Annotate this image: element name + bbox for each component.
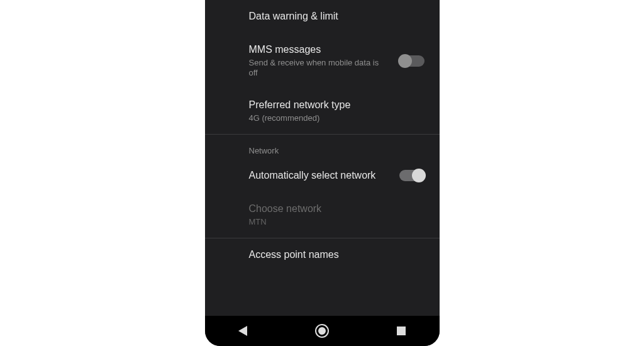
toggle-knob — [412, 169, 426, 182]
item-mms-messages[interactable]: MMS messages Send & receive when mobile … — [205, 33, 440, 89]
item-preferred-network-type[interactable]: Preferred network type 4G (recommended) — [205, 89, 440, 134]
item-title: Preferred network type — [249, 99, 428, 112]
item-title: MMS messages — [249, 43, 388, 57]
toggle-mms[interactable] — [399, 55, 425, 67]
item-choose-network: Choose network MTN — [205, 193, 440, 238]
item-title: Automatically select network — [249, 169, 388, 182]
back-icon[interactable] — [238, 326, 247, 336]
section-header-network: Network — [205, 135, 440, 159]
item-subtitle: 4G (recommended) — [249, 113, 428, 124]
item-title: Choose network — [249, 203, 428, 216]
item-access-point-names[interactable]: Access point names — [205, 238, 440, 272]
item-subtitle: MTN — [249, 217, 428, 228]
toggle-knob — [398, 54, 412, 68]
android-nav-bar — [205, 316, 440, 346]
settings-list: Data warning & limit MMS messages Send &… — [205, 0, 440, 316]
item-title: Data warning & limit — [249, 10, 428, 23]
recents-icon[interactable] — [397, 326, 406, 335]
item-title: Access point names — [249, 248, 428, 262]
item-data-warning-limit[interactable]: Data warning & limit — [205, 0, 440, 33]
item-auto-select-network[interactable]: Automatically select network — [205, 159, 440, 193]
toggle-auto-select-network[interactable] — [399, 170, 425, 181]
home-icon[interactable] — [315, 324, 329, 338]
item-subtitle: Send & receive when mobile data is off — [249, 58, 388, 79]
phone-frame: Data warning & limit MMS messages Send &… — [205, 0, 440, 346]
